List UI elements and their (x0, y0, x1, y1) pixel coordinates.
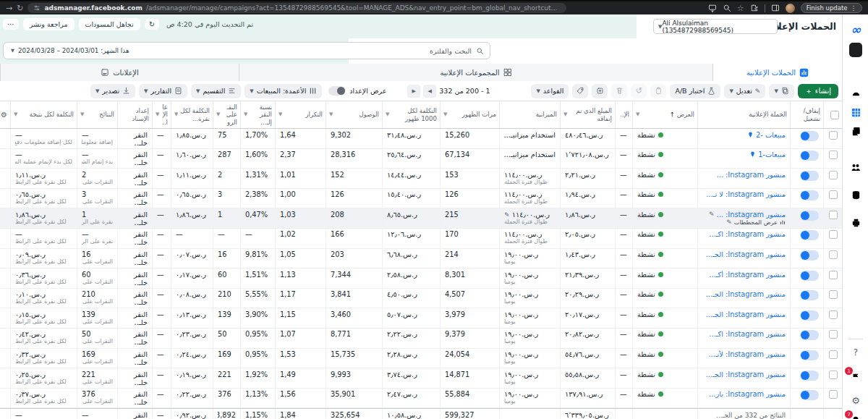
col-header-delivery[interactable]: العرض ↑▼ (632, 101, 697, 128)
row-checkbox[interactable] (829, 230, 838, 239)
col-header-gear[interactable]: ⚙ (0, 101, 10, 128)
tab-ads[interactable]: الإعلانات (0, 64, 239, 81)
column-filter-chevron-icon[interactable]: ▼ (244, 111, 247, 117)
row-checkbox[interactable] (829, 250, 838, 259)
table-row[interactable]: منشور Instagram: ...✎عرض المخططات✎نشطة—ر… (0, 208, 842, 229)
campaign-name-link[interactable]: منشور Instagram: اكـ... (709, 230, 786, 238)
col-header-cpr[interactable]: التكلفة لكل نتيجة▼ (10, 101, 77, 128)
pencil-icon[interactable]: ✎ (726, 219, 732, 226)
column-filter-chevron-icon[interactable]: ▼ (14, 111, 17, 117)
date-range-picker[interactable]: هذا الشهر: 2024/03/01 – 2024/03/28 ▼ (6, 43, 135, 58)
help-icon[interactable]: ? (849, 346, 862, 359)
discard-drafts-button[interactable]: تجاهل المسودات (79, 18, 140, 30)
col-header-attr[interactable]: إعداد الإسناد (117, 101, 152, 128)
notifications-flag-icon[interactable]: 1 (849, 371, 862, 384)
campaign-name-link[interactable]: منشور Instagram: الجـ... (706, 310, 786, 318)
column-filter-chevron-icon[interactable]: ▼ (80, 111, 84, 117)
view-charts-link[interactable]: عرض المخططات (734, 219, 778, 226)
campaign-name-link[interactable]: منشور Instagram: لا تـ... (706, 190, 786, 198)
row-checkbox[interactable] (829, 211, 838, 219)
breakdown-button[interactable]: التقسيم▼ (191, 84, 241, 98)
campaign-toggle-on[interactable] (800, 350, 819, 360)
undo-button[interactable]: ↺ (631, 84, 647, 98)
campaign-name-link[interactable]: مبيعات-1 (758, 151, 786, 158)
campaign-toggle-on[interactable] (800, 390, 819, 400)
col-header-name[interactable]: الحملة الإعلانية (697, 101, 790, 128)
column-filter-chevron-icon[interactable]: ▼ (278, 111, 282, 117)
col-header-cpc[interactable]: التكلفة لكل نقرة...▼ (171, 101, 213, 128)
create-button[interactable]: إنشاء＋ (798, 84, 838, 98)
campaign-toggle-on[interactable] (800, 250, 819, 261)
paste-button[interactable] (650, 84, 666, 98)
col-header-cpm[interactable]: التكلفة لكل 1000 ظهور▼ (382, 101, 440, 128)
reports-button[interactable]: التقارير▼ (139, 84, 187, 98)
table-row[interactable]: مبيعات-1نشطة—ر.س.١٬٧٢١٫٠٨استخدام ميزانيـ… (0, 149, 842, 169)
campaign-toggle-on[interactable] (800, 131, 819, 141)
bell-icon[interactable]: 7 (849, 414, 862, 419)
column-filter-chevron-icon[interactable]: ▼ (636, 111, 639, 117)
column-filter-chevron-icon[interactable]: ▼ (174, 111, 178, 117)
row-checkbox[interactable] (829, 190, 838, 199)
column-filter-chevron-icon[interactable]: ▼ (563, 111, 567, 117)
campaign-toggle-on[interactable] (800, 330, 819, 340)
campaign-name-link[interactable]: منشور Instagram: ... (717, 211, 786, 219)
table-row[interactable]: منشور Instagram: الجـ...نشطة—ر.س.٢٠٫٢٩ر.… (0, 289, 842, 309)
table-row[interactable]: منشور Instagram: لأنـ...نشطة—ر.س.٥٤٫٧٦ر.… (0, 349, 842, 369)
campaign-toggle-on[interactable] (800, 271, 819, 281)
table-row[interactable]: منشور Instagram: الجـ...نشطة—ر.س.٥٥٫٥٨ر.… (0, 368, 842, 389)
campaign-toggle-on[interactable] (800, 290, 819, 300)
all-tools-menu-icon[interactable] (849, 242, 862, 255)
reload-icon[interactable]: ↻ (17, 4, 23, 13)
ad-account-selector[interactable]: ▼ Ali Alsulaiman (1354872988569545) (653, 19, 778, 34)
next-page-button[interactable]: ▶ (407, 85, 420, 98)
campaign-toggle-on[interactable] (800, 171, 819, 181)
rules-button[interactable]: القواعد▼ (531, 84, 569, 98)
col-header-budget[interactable]: الميزانية (499, 101, 560, 128)
table-row[interactable]: منشور Instagram: الجـ...نشطة—ر.س.٢٠٫١٧ر.… (0, 308, 842, 329)
campaign-name-link[interactable]: مبيعات -2 (756, 131, 786, 139)
table-row[interactable]: منشور Instagram: بار...نشطة—ر.س.١٣٧٫٩١ر.… (0, 389, 842, 409)
col-header-reach[interactable]: الوصول▼ (326, 101, 382, 128)
column-filter-chevron-icon[interactable]: ▼ (443, 111, 447, 117)
campaigns-table-icon[interactable] (849, 106, 862, 119)
account-overview-icon[interactable] (849, 87, 862, 100)
more-options-button[interactable]: ⋯ (3, 19, 19, 30)
site-info-icon[interactable] (33, 4, 41, 12)
ab-test-button[interactable]: اختبار A/B (670, 84, 720, 98)
bookmark-star-icon[interactable]: ☆ (737, 4, 744, 13)
tab-adsets[interactable]: المجموعات الإعلانية (239, 64, 712, 81)
col-header-imp[interactable]: مرات الظهور▼ (440, 101, 499, 128)
table-row[interactable]: منشور Instagram: اكـ...نشطة—ر.س.٢٠٫٨٢ر.س… (0, 329, 842, 349)
toggle-track[interactable] (328, 86, 346, 96)
audiences-icon[interactable] (849, 161, 862, 174)
export-button[interactable]: تصدير▼ (90, 84, 135, 98)
columns-button[interactable]: الأعمدة: المبيعات▼ (244, 84, 322, 98)
pencil-icon[interactable]: ✎ (504, 211, 510, 219)
campaign-toggle-on[interactable] (800, 371, 819, 381)
search-page-icon[interactable] (723, 4, 731, 12)
pencil-icon[interactable]: ✎ (709, 211, 715, 218)
pixel-button[interactable] (592, 84, 608, 98)
table-row[interactable]: منشور Instagram: اكـ...نشطة—ر.س.٢٫٠٥ر.س.… (0, 229, 842, 249)
table-row[interactable]: منشور Instagram: ...نشطة—ر.س.٢٫٢١ر.س.١١٤… (0, 169, 842, 189)
col-header-clicks[interactable]: النقـ على الرو▼ (213, 101, 240, 128)
tag-button[interactable] (572, 84, 588, 98)
col-header-results[interactable]: النتائج▼ (77, 101, 117, 128)
row-checkbox[interactable] (829, 310, 838, 319)
column-filter-chevron-icon[interactable]: ▼ (156, 111, 159, 117)
col-header-misc[interactable]: الإ.. (615, 101, 632, 128)
campaign-name-link[interactable]: منشور Instagram: الجـ... (706, 290, 786, 298)
duplicate-button[interactable]: ▼ (769, 84, 793, 98)
tab-campaigns[interactable]: الحملات الإعلانية (712, 64, 842, 81)
table-row[interactable]: منشور Instagram: الجـ...نشطة—ر.س.١٫٤٣ر.س… (0, 249, 842, 269)
settings-gear-icon[interactable]: ⚙ (849, 394, 862, 407)
review-publish-button[interactable]: مراجعة ونشر (23, 18, 75, 30)
extensions-icon[interactable] (750, 4, 759, 12)
row-checkbox[interactable] (829, 371, 838, 379)
col-header-spent[interactable]: المبلغ الذي تم إنفاقه▼ (560, 101, 615, 128)
edit-button[interactable]: ✎تعديل▼ (724, 84, 765, 98)
col-header-freq[interactable]: التكرار▼ (275, 101, 326, 128)
table-row[interactable]: مبيعات -2نشطة—ر.س.٤٨٠٫٤٦استخدام ميزانيـ.… (0, 129, 842, 149)
row-checkbox[interactable] (829, 290, 838, 299)
pages-icon[interactable] (849, 124, 862, 137)
